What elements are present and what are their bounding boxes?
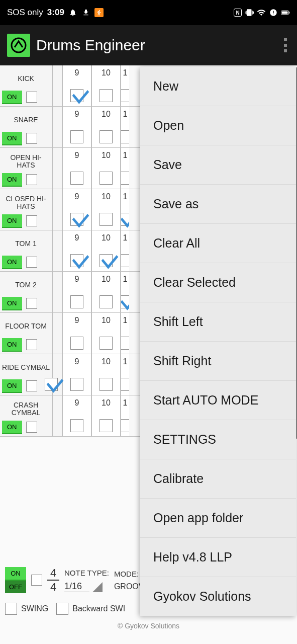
menu-item[interactable]: Shift Left	[140, 302, 296, 342]
step-checkbox[interactable]	[70, 378, 83, 391]
overflow-menu-button[interactable]	[284, 38, 287, 52]
track-label-cell: TOM 2ON	[0, 272, 53, 312]
menu-item[interactable]: New	[140, 67, 296, 106]
master-on-button[interactable]: ON	[5, 567, 26, 580]
track-checkbox[interactable]	[26, 422, 37, 433]
track-on-button[interactable]: ON	[2, 256, 22, 268]
step-checkbox[interactable]	[121, 254, 129, 267]
step-checkbox[interactable]	[121, 172, 129, 185]
step-checkbox[interactable]	[70, 419, 83, 432]
step-checkbox[interactable]	[100, 172, 113, 185]
step-checkbox[interactable]	[121, 213, 129, 226]
track-checkbox[interactable]	[26, 380, 37, 391]
menu-item[interactable]: Open	[140, 106, 296, 145]
track-on-button[interactable]: ON	[2, 91, 22, 103]
step-checkbox[interactable]	[121, 378, 129, 391]
step-number: 1	[123, 233, 128, 243]
track-checkbox[interactable]	[26, 339, 37, 350]
step-checkbox[interactable]	[100, 378, 113, 391]
menu-item[interactable]: Start AUTO MODE	[140, 381, 296, 420]
step-checkbox[interactable]	[100, 89, 113, 102]
step-checkbox[interactable]	[121, 337, 129, 350]
step-number: 1	[123, 192, 128, 201]
step-cell: 10	[92, 395, 121, 436]
track-on-button[interactable]: ON	[2, 214, 22, 227]
time-signature[interactable]: 4 4	[47, 567, 59, 594]
step-checkbox[interactable]	[45, 378, 58, 391]
step-number: 1	[123, 398, 128, 408]
track-on-button[interactable]: ON	[2, 379, 22, 392]
step-checkbox[interactable]	[70, 295, 83, 308]
track-on-button[interactable]: ON	[2, 297, 22, 309]
step-checkbox[interactable]	[100, 254, 113, 267]
ts-numerator: 4	[50, 567, 56, 580]
step-number: 9	[75, 110, 79, 119]
step-checkbox[interactable]	[70, 213, 83, 226]
step-cell: 9	[63, 148, 92, 189]
step-checkbox[interactable]	[121, 295, 129, 308]
spacer	[53, 230, 63, 271]
step-checkbox[interactable]	[70, 130, 83, 143]
step-cell: 1	[121, 230, 129, 271]
spacer	[53, 395, 63, 436]
track-on-button[interactable]: ON	[2, 338, 22, 351]
track-label-cell: TOM 1ON	[0, 230, 53, 271]
track-on-button[interactable]: ON	[2, 421, 22, 433]
menu-item[interactable]: SETTINGS	[140, 420, 296, 459]
track-on-button[interactable]: ON	[2, 132, 22, 144]
step-checkbox[interactable]	[70, 337, 83, 350]
track-name: SNARE	[2, 109, 50, 132]
track-name: KICK	[2, 67, 50, 91]
step-number: 1	[123, 275, 128, 284]
step-checkbox[interactable]	[121, 130, 129, 143]
track-name: CRASH CYMBAL	[2, 397, 50, 421]
spinner-icon[interactable]	[92, 582, 103, 592]
track-label-cell: CRASH CYMBALON	[0, 395, 53, 436]
step-checkbox[interactable]	[70, 89, 83, 102]
step-checkbox[interactable]	[100, 337, 113, 350]
step-checkbox[interactable]	[121, 419, 129, 432]
menu-item[interactable]: Save as	[140, 185, 296, 224]
step-checkbox[interactable]	[70, 172, 83, 185]
step-cell: 9	[63, 230, 92, 271]
menu-item[interactable]: Save	[140, 145, 296, 185]
step-number: 9	[75, 233, 79, 243]
step-cell: 10	[92, 230, 121, 271]
menu-item[interactable]: Shift Right	[140, 342, 296, 381]
menu-item[interactable]: Open app folder	[140, 499, 296, 538]
step-cell: 1	[121, 65, 129, 106]
menu-item[interactable]: Clear All	[140, 224, 296, 263]
svg-rect-1	[282, 11, 288, 14]
master-checkbox[interactable]	[31, 575, 42, 586]
step-checkbox[interactable]	[121, 89, 129, 102]
track-checkbox[interactable]	[26, 257, 37, 268]
step-number: 9	[75, 275, 79, 284]
track-on-button[interactable]: ON	[2, 173, 22, 186]
vibrate-icon	[245, 8, 254, 17]
menu-item[interactable]: Calibrate	[140, 459, 296, 499]
step-number: 10	[102, 151, 111, 160]
master-off-button[interactable]: OFF	[5, 581, 26, 593]
step-cell: 9	[63, 107, 92, 147]
track-checkbox[interactable]	[26, 215, 37, 226]
menu-item[interactable]: Help v4.8 LLP	[140, 538, 296, 577]
step-checkbox[interactable]	[100, 130, 113, 143]
ts-denominator: 4	[50, 581, 56, 594]
step-checkbox[interactable]	[70, 254, 83, 267]
track-checkbox[interactable]	[26, 92, 37, 103]
track-checkbox[interactable]	[26, 133, 37, 144]
step-checkbox[interactable]	[100, 213, 113, 226]
track-checkbox[interactable]	[26, 298, 37, 309]
menu-item[interactable]: Gyokov Solutions	[140, 577, 296, 616]
backward-swing-checkbox[interactable]	[56, 603, 68, 615]
swing-checkbox[interactable]	[5, 603, 17, 615]
step-checkbox[interactable]	[100, 419, 113, 432]
step-cell: 1	[121, 395, 129, 436]
step-checkbox[interactable]	[100, 295, 113, 308]
step-cell: 9	[63, 313, 92, 354]
step-number: 10	[102, 68, 111, 77]
step-number: 10	[102, 357, 111, 366]
menu-item[interactable]: Clear Selected	[140, 263, 296, 302]
track-checkbox[interactable]	[26, 174, 37, 185]
note-type-value[interactable]: 1/16	[64, 581, 89, 592]
